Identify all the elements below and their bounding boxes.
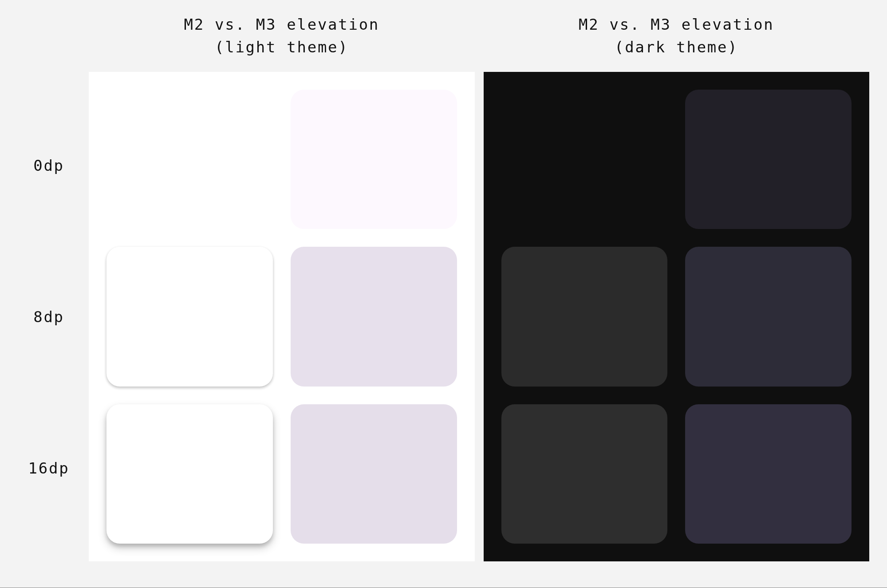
row-label-16dp: 16dp <box>28 392 70 544</box>
dark-card-2 <box>501 247 668 386</box>
column-header-light: M2 vs. M3 elevation (light theme) <box>84 13 479 72</box>
row-label-0dp: 0dp <box>33 90 64 241</box>
elevation-comparison-diagram: M2 vs. M3 elevation (light theme) M2 vs.… <box>0 0 887 588</box>
row-labels: 0dp 8dp 16dp <box>13 72 84 561</box>
light-theme-panel <box>89 72 475 561</box>
dark-card-3 <box>685 247 852 386</box>
dark-card-1 <box>685 90 852 229</box>
light-card-1 <box>291 90 457 229</box>
dark-theme-panel <box>484 72 870 561</box>
column-header-dark: M2 vs. M3 elevation (dark theme) <box>479 13 874 72</box>
light-card-4 <box>106 404 273 544</box>
row-label-8dp: 8dp <box>33 241 64 392</box>
light-card-3 <box>291 247 457 386</box>
light-card-2 <box>106 247 273 386</box>
light-card-5 <box>291 404 457 544</box>
corner-spacer <box>13 13 84 72</box>
dark-card-4 <box>501 404 668 544</box>
dark-card-5 <box>685 404 852 544</box>
